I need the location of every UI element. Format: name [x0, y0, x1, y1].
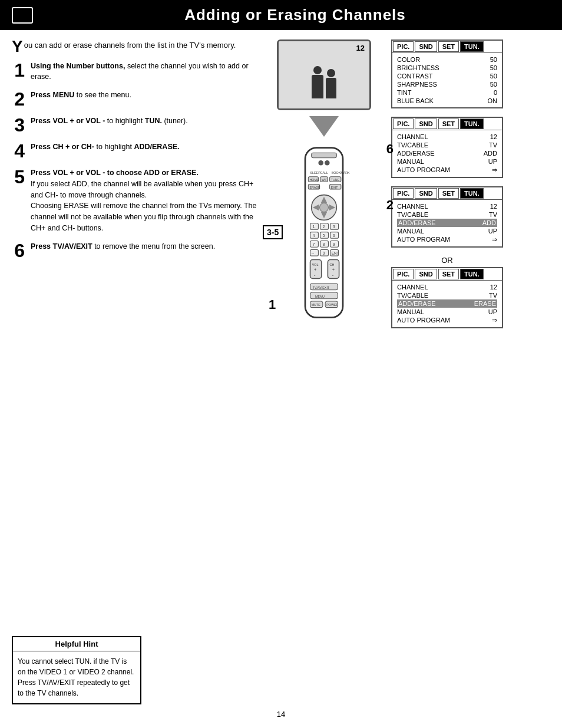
- step-2-label: 2: [386, 197, 394, 213]
- menu-3-header: PIC. SND SET TUN.: [392, 187, 502, 200]
- menu-2-body: CHANNEL 12 TV/CABLE TV ADD/ERASE ADD MAN…: [392, 130, 502, 177]
- menu-row: SHARPNESS 50: [397, 80, 497, 88]
- menu-1-body: COLOR 50 BRIGHTNESS 50 CONTRAST 50 SHARP…: [392, 53, 502, 107]
- menu-row: TV/CABLE TV: [397, 141, 497, 149]
- page-title: Adding or Erasing Channels: [40, 6, 550, 24]
- svg-text:9: 9: [333, 242, 335, 246]
- svg-text:1: 1: [313, 225, 315, 229]
- svg-text:CH: CH: [330, 263, 335, 266]
- menu-row: COLOR 50: [397, 55, 497, 64]
- menu-row: TV/CABLE TV: [397, 291, 497, 299]
- step-4-content: Press CH + or CH- to highlight ADD/ERASE…: [31, 141, 180, 153]
- menu-2-header: PIC. SND SET TUN.: [392, 118, 502, 130]
- center-illustration: 12 SLEEP CALL BOOKMA: [265, 39, 383, 337]
- svg-text:+: +: [314, 267, 316, 272]
- svg-text:--: --: [312, 251, 314, 255]
- svg-text:4: 4: [313, 233, 315, 238]
- svg-text:2: 2: [323, 225, 325, 229]
- menu-4-header: PIC. SND SET TUN.: [392, 268, 502, 281]
- step-1-label: 1: [269, 297, 276, 312]
- hint-body: You cannot select TUN. if the TV is on t…: [13, 651, 140, 703]
- menu-4-tab-tun: TUN.: [460, 269, 484, 279]
- remote-svg: SLEEP CALL BOOKMARK HOME WIFI TUNE ERASE…: [292, 141, 356, 330]
- hint-box: Helpful Hint You cannot select TUN. if t…: [12, 636, 141, 704]
- svg-text:5: 5: [323, 233, 325, 238]
- menu-3-tab-set: SET: [438, 188, 459, 199]
- svg-text:TV/AV/EXIT: TV/AV/EXIT: [313, 286, 330, 289]
- step-6-number: 6: [12, 241, 25, 260]
- person-2-head: [327, 69, 335, 77]
- remote-control: SLEEP CALL BOOKMARK HOME WIFI TUNE ERASE…: [265, 141, 383, 330]
- menu-1-header: PIC. SND SET TUN.: [392, 41, 502, 53]
- step-35-label: 3-5: [263, 225, 283, 239]
- step-3: 3 Press VOL + or VOL - to highlight TUN.…: [12, 116, 259, 134]
- tv-channel-number: 12: [356, 44, 365, 52]
- menu-2-tab-set: SET: [438, 118, 459, 129]
- menu-4-tab-set: SET: [438, 269, 459, 279]
- page-number: 14: [0, 710, 562, 719]
- svg-text:BOOKMARK: BOOKMARK: [332, 171, 350, 174]
- step-2-bold: Press MENU: [31, 91, 74, 99]
- menu-1-tab-tun: TUN.: [460, 41, 484, 52]
- step-5-bold: Press VOL + or VOL - to choose ADD or ER…: [31, 169, 199, 177]
- svg-text:ERASE: ERASE: [309, 186, 320, 189]
- menu-row: ADD/ERASE ADD: [397, 149, 497, 157]
- step-2-content: Press MENU to see the menu.: [31, 90, 131, 101]
- menu-panel-3: PIC. SND SET TUN. CHANNEL 12 TV/CABLE TV: [391, 186, 503, 248]
- svg-point-3: [325, 160, 330, 166]
- silhouettes: [312, 51, 336, 98]
- step-2-number: 2: [12, 90, 25, 108]
- tv-icon: [12, 7, 33, 24]
- hint-title: Helpful Hint: [13, 637, 140, 651]
- menu-row: BRIGHTNESS 50: [397, 64, 497, 72]
- page-header: Adding or Erasing Channels: [0, 0, 562, 30]
- svg-text:7: 7: [313, 242, 315, 246]
- svg-text:EXIT: EXIT: [331, 186, 339, 189]
- menu-4-tab-snd: SND: [415, 269, 437, 279]
- svg-text:0: 0: [323, 251, 325, 255]
- menu-row: MANUAL UP: [397, 227, 497, 235]
- svg-text:TUNE: TUNE: [331, 178, 340, 182]
- menu-row: AUTO PROGRAM ⇒: [397, 316, 497, 325]
- step-5-content: Press VOL + or VOL - to choose ADD or ER…: [31, 167, 259, 234]
- menu-1-tab-set: SET: [438, 41, 459, 52]
- step-4-number: 4: [12, 141, 25, 160]
- or-separator: OR: [391, 256, 503, 265]
- menu-row: AUTO PROGRAM ⇒: [397, 235, 497, 244]
- svg-text:ENT: ENT: [332, 251, 339, 255]
- menu-2-tab-tun: TUN.: [460, 118, 484, 129]
- menu-panel-4: PIC. SND SET TUN. CHANNEL 12 TV/CABLE TV: [391, 267, 503, 328]
- menu-3-tab-snd: SND: [415, 188, 437, 199]
- arrow-down: [309, 116, 339, 137]
- menu-2-tab-pic: PIC.: [393, 118, 414, 129]
- menu-row: MANUAL UP: [397, 308, 497, 316]
- step-3-number: 3: [12, 116, 25, 134]
- svg-text:POWER: POWER: [326, 303, 338, 307]
- step-1-content: Using the Number buttons, select the cha…: [31, 61, 259, 83]
- step-4-bold: Press CH + or CH-: [31, 143, 94, 151]
- svg-text:MENU: MENU: [315, 295, 325, 298]
- step-2: 2 Press MENU to see the menu.: [12, 90, 259, 108]
- person-1-body: [312, 75, 323, 98]
- step-3-bold: Press VOL + or VOL -: [31, 117, 105, 125]
- menu-row: CHANNEL 12: [397, 202, 497, 210]
- person-1-head: [313, 66, 322, 74]
- svg-text:3: 3: [333, 225, 335, 229]
- menu-2-tab-snd: SND: [415, 118, 437, 129]
- menu-row: AUTO PROGRAM ⇒: [397, 166, 497, 174]
- menu-3-tab-pic: PIC.: [393, 188, 414, 199]
- menu-row: TINT 0: [397, 88, 497, 97]
- person-1: [312, 66, 323, 98]
- menu-4-tab-pic: PIC.: [393, 269, 414, 279]
- menu-row: TV/CABLE TV: [397, 210, 497, 219]
- intro-paragraph: You can add or erase channels from the l…: [12, 39, 259, 51]
- menu-1-tab-snd: SND: [415, 41, 437, 52]
- person-2: [326, 69, 336, 98]
- menu-row: BLUE BACK ON: [397, 97, 497, 105]
- intro-text: ou can add or erase channels from the li…: [24, 41, 236, 50]
- menu-row: MANUAL UP: [397, 157, 497, 166]
- svg-text:6: 6: [333, 233, 335, 238]
- step-5-number: 5: [12, 167, 25, 186]
- svg-text:VOL: VOL: [312, 263, 319, 266]
- menu-3-tab-tun: TUN.: [460, 188, 484, 199]
